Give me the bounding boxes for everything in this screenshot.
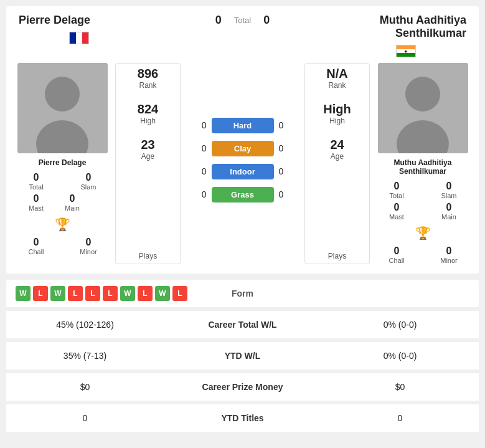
left-slam-value: 0 [86, 172, 92, 183]
form-badge-l: L [103, 286, 118, 301]
right-total-label: Total [389, 192, 403, 199]
right-player-header: Muthu Aadhitiya Senthilkumar [346, 14, 473, 60]
left-mast-label: Mast [29, 204, 44, 212]
right-minor-label: Minor [440, 257, 458, 264]
right-slam-label: Slam [441, 192, 456, 199]
left-mast-value: 0 [34, 193, 39, 204]
left-slam-label: Slam [80, 183, 96, 191]
right-age-value: 24 [330, 138, 344, 152]
stats-label-3: YTD Titles [164, 403, 321, 434]
right-minor-value: 0 [446, 245, 452, 257]
right-high-label: High [329, 117, 345, 125]
form-badge-w: W [16, 286, 31, 301]
main-container: Pierre Delage 0 Total 0 Muthu Aadhitiya … [0, 0, 485, 442]
form-badge-w: W [50, 286, 65, 301]
stats-label-1: YTD W/L [164, 340, 321, 371]
right-player-card: Muthu Aadhitiya Senthilkumar 0 Total 0 S… [373, 63, 473, 264]
right-rank-value: N/A [326, 67, 347, 81]
form-badge-l: L [138, 286, 153, 301]
stats-right-3: 0 [321, 403, 479, 434]
right-trophy-icon: 🏆 [415, 226, 431, 241]
right-player-flag [396, 45, 416, 57]
right-total-value: 0 [394, 181, 400, 192]
left-total-score: 0 [215, 14, 222, 27]
left-minor-label: Minor [80, 248, 97, 255]
surface-btn-clay[interactable]: Clay [212, 141, 274, 156]
total-row: 0 Total 0 [215, 14, 270, 27]
svg-point-4 [405, 77, 440, 112]
left-chall-cell: 0 Chall [12, 237, 60, 255]
left-rank-stat: 896 Rank [119, 67, 177, 90]
form-badge-l: L [33, 286, 48, 301]
right-age-stat: 24 Age [308, 138, 366, 161]
stats-left-0: 45% (102-126) [6, 311, 164, 340]
left-player-card: Pierre Delage 0 Total 0 Slam 0 Mast [12, 63, 112, 264]
stats-left-3: 0 [6, 403, 164, 434]
right-minor-cell: 0 Minor [425, 245, 473, 264]
left-rank-label: Rank [139, 81, 156, 90]
form-label: Form [205, 288, 280, 298]
total-label: Total [234, 16, 251, 25]
surface-row-grass: 0 Grass 0 [188, 187, 298, 203]
left-player-avatar [17, 63, 108, 153]
stats-right-1: 0% (0-0) [321, 340, 479, 371]
body-row: Pierre Delage 0 Total 0 Slam 0 Mast [6, 60, 479, 274]
right-player-name-below: Muthu Aadhitiya Senthilkumar [373, 158, 473, 176]
right-stats-grid: 0 Total 0 Slam 0 Mast 0 Main [373, 181, 473, 264]
stats-right-0: 0% (0-0) [321, 311, 479, 340]
right-main-value: 0 [446, 202, 452, 213]
surface-btn-hard[interactable]: Hard [212, 118, 274, 133]
right-high-stat: High High [308, 102, 366, 125]
right-main-cell: 0 Main [425, 202, 473, 221]
surface-btn-indoor[interactable]: Indoor [212, 164, 274, 179]
stats-label-0: Career Total W/L [164, 311, 321, 340]
right-total-cell: 0 Total [373, 181, 420, 199]
right-player-avatar [378, 63, 468, 153]
surface-row-clay: 0 Clay 0 [188, 141, 298, 156]
form-badge-l: L [68, 286, 83, 301]
surface-right-clay: 0 [279, 143, 298, 153]
right-plays-stat: Plays [328, 252, 346, 260]
right-chall-cell: 0 Chall [373, 245, 420, 264]
left-minor-cell: 0 Minor [65, 237, 112, 255]
svg-point-1 [45, 77, 80, 112]
left-age-value: 23 [141, 138, 154, 152]
right-center-panel: N/A Rank High High 24 Age Plays [304, 63, 370, 264]
surface-right-indoor: 0 [279, 166, 298, 176]
left-trophy-icon: 🏆 [55, 217, 70, 232]
left-total-label: Total [29, 183, 43, 191]
surface-right-grass: 0 [279, 189, 298, 199]
stats-row-1: 35% (7-13) YTD W/L 0% (0-0) [6, 340, 479, 371]
right-chall-label: Chall [388, 257, 404, 264]
left-age-stat: 23 Age [119, 138, 177, 161]
surface-row-hard: 0 Hard 0 [188, 118, 298, 133]
left-high-value: 824 [138, 102, 158, 117]
left-main-value: 0 [69, 193, 75, 204]
right-rank-label: Rank [328, 81, 346, 90]
right-total-score: 0 [263, 14, 270, 27]
left-chall-label: Chall [28, 248, 44, 255]
left-player-name: Pierre Delage [19, 14, 90, 27]
right-rank-stat: N/A Rank [308, 67, 366, 90]
right-player-name: Muthu Aadhitiya Senthilkumar [346, 14, 467, 40]
left-total-cell: 0 Total [12, 172, 60, 191]
left-age-label: Age [141, 152, 154, 161]
right-main-label: Main [441, 213, 456, 221]
surface-row-indoor: 0 Indoor 0 [188, 164, 298, 179]
form-badge-w: W [120, 286, 135, 301]
right-mast-label: Mast [389, 213, 404, 221]
surface-right-hard: 0 [279, 120, 298, 130]
right-plays-label: Plays [328, 252, 346, 260]
left-plays-label: Plays [139, 252, 157, 260]
surface-buttons: 0 Hard 0 0 Clay 0 0 Indoor 0 0 Grass 0 [188, 118, 298, 210]
left-plays-stat: Plays [139, 252, 157, 260]
stats-left-1: 35% (7-13) [6, 340, 164, 371]
surface-btn-grass[interactable]: Grass [212, 187, 274, 203]
stats-row-2: $0 Career Prize Money $0 [6, 371, 479, 403]
stats-row-0: 45% (102-126) Career Total W/L 0% (0-0) [6, 311, 479, 340]
left-high-label: High [140, 117, 156, 125]
left-player-flag [69, 32, 89, 44]
header-row: Pierre Delage 0 Total 0 Muthu Aadhitiya … [6, 6, 479, 60]
form-badge-l: L [85, 286, 100, 301]
form-badge-l: L [172, 286, 187, 301]
